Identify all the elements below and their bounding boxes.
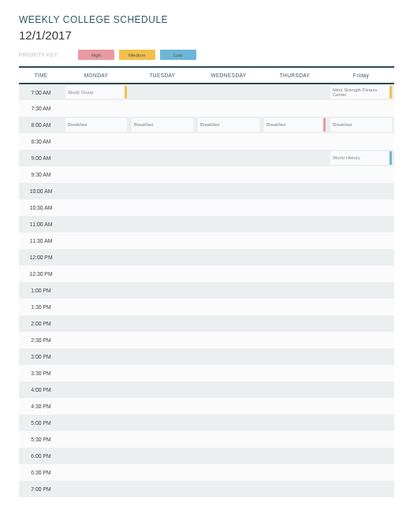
cell[interactable] bbox=[63, 282, 129, 299]
cell[interactable] bbox=[262, 100, 328, 117]
cell[interactable] bbox=[196, 216, 262, 233]
cell[interactable] bbox=[63, 183, 129, 199]
cell[interactable] bbox=[129, 150, 196, 166]
cell[interactable] bbox=[196, 249, 262, 266]
cell[interactable] bbox=[63, 315, 129, 332]
cell[interactable] bbox=[196, 315, 262, 332]
cell[interactable] bbox=[328, 398, 394, 415]
cell[interactable] bbox=[328, 166, 394, 183]
cell[interactable] bbox=[262, 249, 328, 266]
cell[interactable] bbox=[196, 365, 262, 381]
cell[interactable] bbox=[328, 216, 394, 233]
cell[interactable] bbox=[328, 282, 394, 299]
cell[interactable] bbox=[196, 464, 262, 481]
cell[interactable] bbox=[63, 199, 129, 216]
cell[interactable] bbox=[129, 398, 196, 415]
cell[interactable] bbox=[262, 282, 328, 299]
cell[interactable] bbox=[63, 100, 129, 117]
cell[interactable] bbox=[129, 448, 196, 464]
cell[interactable] bbox=[63, 150, 129, 166]
cell[interactable] bbox=[63, 299, 129, 315]
cell[interactable] bbox=[63, 481, 129, 497]
cell[interactable] bbox=[129, 266, 196, 282]
cell[interactable] bbox=[196, 332, 262, 348]
cell[interactable] bbox=[129, 199, 196, 216]
cell-thu-700[interactable] bbox=[262, 84, 328, 100]
cell[interactable] bbox=[262, 481, 328, 497]
cell[interactable] bbox=[328, 233, 394, 249]
cell[interactable] bbox=[196, 431, 262, 448]
cell[interactable] bbox=[129, 481, 196, 497]
cell-wed-800[interactable]: Breakfast bbox=[196, 117, 262, 133]
cell[interactable] bbox=[262, 133, 328, 150]
cell-tue-800[interactable]: Breakfast bbox=[129, 117, 196, 133]
cell[interactable] bbox=[262, 431, 328, 448]
cell[interactable] bbox=[63, 348, 129, 365]
cell[interactable] bbox=[129, 332, 196, 348]
cell[interactable] bbox=[129, 166, 196, 183]
cell[interactable] bbox=[196, 199, 262, 216]
cell[interactable] bbox=[63, 133, 129, 150]
cell[interactable] bbox=[63, 166, 129, 183]
cell[interactable] bbox=[196, 133, 262, 150]
cell[interactable] bbox=[262, 365, 328, 381]
cell[interactable] bbox=[328, 481, 394, 497]
cell[interactable] bbox=[196, 381, 262, 398]
cell[interactable] bbox=[262, 150, 328, 166]
cell[interactable] bbox=[262, 266, 328, 282]
cell[interactable] bbox=[262, 199, 328, 216]
cell[interactable] bbox=[262, 332, 328, 348]
cell[interactable] bbox=[63, 448, 129, 464]
cell[interactable] bbox=[262, 398, 328, 415]
cell[interactable] bbox=[196, 448, 262, 464]
cell[interactable] bbox=[63, 249, 129, 266]
cell[interactable] bbox=[262, 299, 328, 315]
cell[interactable] bbox=[328, 448, 394, 464]
cell[interactable] bbox=[262, 233, 328, 249]
cell-fri-800[interactable]: Breakfast bbox=[328, 117, 394, 133]
cell-fri-700[interactable]: Mind Strength Fitness Center bbox=[328, 84, 394, 100]
cell[interactable] bbox=[196, 266, 262, 282]
cell[interactable] bbox=[196, 100, 262, 117]
cell[interactable] bbox=[129, 183, 196, 199]
cell[interactable] bbox=[196, 299, 262, 315]
cell[interactable] bbox=[196, 233, 262, 249]
cell[interactable] bbox=[129, 133, 196, 150]
cell[interactable] bbox=[129, 431, 196, 448]
cell[interactable] bbox=[328, 315, 394, 332]
cell-tue-700[interactable] bbox=[129, 84, 196, 100]
cell[interactable] bbox=[63, 431, 129, 448]
cell[interactable] bbox=[63, 464, 129, 481]
cell[interactable] bbox=[63, 381, 129, 398]
cell[interactable] bbox=[262, 381, 328, 398]
cell[interactable] bbox=[129, 365, 196, 381]
cell[interactable] bbox=[129, 100, 196, 117]
cell[interactable] bbox=[328, 249, 394, 266]
cell[interactable] bbox=[328, 381, 394, 398]
cell[interactable] bbox=[63, 233, 129, 249]
cell[interactable] bbox=[129, 233, 196, 249]
cell[interactable] bbox=[328, 332, 394, 348]
cell[interactable] bbox=[328, 133, 394, 150]
cell[interactable] bbox=[262, 183, 328, 199]
cell-mon-800[interactable]: Breakfast bbox=[63, 117, 129, 133]
cell[interactable] bbox=[63, 398, 129, 415]
cell[interactable] bbox=[129, 348, 196, 365]
cell[interactable] bbox=[63, 266, 129, 282]
cell[interactable] bbox=[328, 365, 394, 381]
cell[interactable] bbox=[262, 166, 328, 183]
cell[interactable] bbox=[63, 332, 129, 348]
cell[interactable] bbox=[129, 464, 196, 481]
cell[interactable] bbox=[196, 348, 262, 365]
cell[interactable] bbox=[196, 398, 262, 415]
cell[interactable] bbox=[63, 415, 129, 431]
cell[interactable] bbox=[262, 315, 328, 332]
cell[interactable] bbox=[328, 415, 394, 431]
cell[interactable] bbox=[129, 381, 196, 398]
cell-wed-700[interactable] bbox=[196, 84, 262, 100]
cell[interactable] bbox=[328, 100, 394, 117]
cell[interactable] bbox=[129, 299, 196, 315]
cell[interactable] bbox=[328, 299, 394, 315]
cell[interactable] bbox=[129, 249, 196, 266]
cell[interactable] bbox=[328, 431, 394, 448]
